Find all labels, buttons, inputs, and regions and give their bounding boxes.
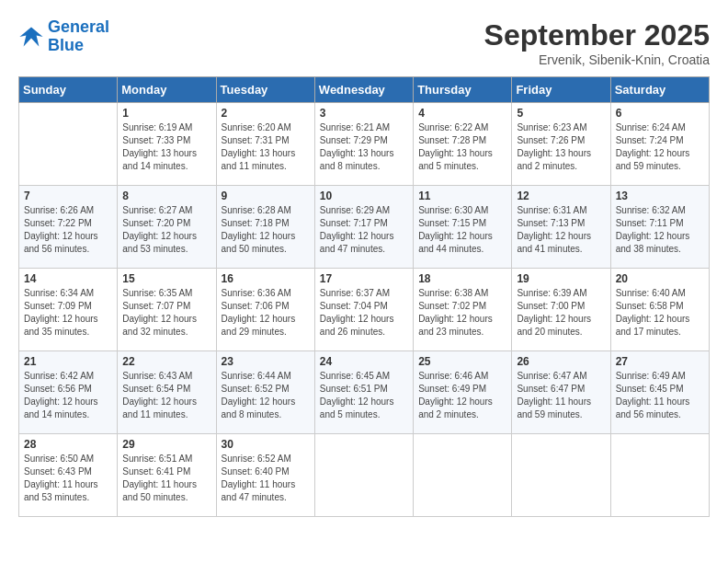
- calendar-cell: 10Sunrise: 6:29 AM Sunset: 7:17 PM Dayli…: [314, 186, 413, 269]
- day-info: Sunrise: 6:31 AM Sunset: 7:13 PM Dayligh…: [517, 204, 605, 256]
- day-number: 30: [222, 438, 310, 451]
- calendar-cell: 9Sunrise: 6:28 AM Sunset: 7:18 PM Daylig…: [216, 186, 314, 269]
- day-info: Sunrise: 6:35 AM Sunset: 7:07 PM Dayligh…: [122, 287, 210, 339]
- day-info: Sunrise: 6:29 AM Sunset: 7:17 PM Dayligh…: [320, 204, 408, 256]
- logo: General Blue: [18, 18, 109, 55]
- day-number: 27: [616, 355, 704, 368]
- logo-line1: General: [48, 17, 109, 36]
- calendar-cell: 21Sunrise: 6:42 AM Sunset: 6:56 PM Dayli…: [19, 351, 118, 434]
- day-info: Sunrise: 6:32 AM Sunset: 7:11 PM Dayligh…: [616, 204, 704, 256]
- day-info: Sunrise: 6:34 AM Sunset: 7:09 PM Dayligh…: [24, 287, 112, 339]
- day-info: Sunrise: 6:24 AM Sunset: 7:24 PM Dayligh…: [616, 121, 704, 173]
- day-number: 29: [122, 438, 210, 451]
- day-info: Sunrise: 6:46 AM Sunset: 6:49 PM Dayligh…: [418, 370, 506, 421]
- day-info: Sunrise: 6:39 AM Sunset: 7:00 PM Dayligh…: [517, 287, 605, 339]
- calendar-week-row: 1Sunrise: 6:19 AM Sunset: 7:33 PM Daylig…: [19, 103, 710, 186]
- day-number: 19: [517, 272, 605, 285]
- weekday-header: Wednesday: [314, 77, 413, 103]
- day-info: Sunrise: 6:36 AM Sunset: 7:06 PM Dayligh…: [222, 287, 310, 339]
- calendar-cell: 26Sunrise: 6:47 AM Sunset: 6:47 PM Dayli…: [512, 351, 610, 434]
- calendar-cell: 8Sunrise: 6:27 AM Sunset: 7:20 PM Daylig…: [118, 186, 216, 269]
- logo-line2: Blue: [48, 37, 109, 55]
- day-info: Sunrise: 6:51 AM Sunset: 6:41 PM Dayligh…: [122, 453, 210, 504]
- calendar-cell: 17Sunrise: 6:37 AM Sunset: 7:04 PM Dayli…: [314, 269, 413, 351]
- calendar-cell: 23Sunrise: 6:44 AM Sunset: 6:52 PM Dayli…: [216, 351, 314, 434]
- calendar-week-row: 21Sunrise: 6:42 AM Sunset: 6:56 PM Dayli…: [19, 351, 710, 434]
- weekday-header: Friday: [512, 77, 610, 103]
- day-info: Sunrise: 6:30 AM Sunset: 7:15 PM Dayligh…: [418, 204, 506, 256]
- day-number: 1: [122, 107, 210, 120]
- day-number: 18: [418, 272, 506, 285]
- day-info: Sunrise: 6:42 AM Sunset: 6:56 PM Dayligh…: [24, 370, 112, 421]
- calendar-cell: [512, 434, 610, 517]
- calendar-cell: 2Sunrise: 6:20 AM Sunset: 7:31 PM Daylig…: [216, 103, 314, 186]
- day-number: 8: [122, 190, 210, 202]
- calendar-cell: [314, 434, 413, 517]
- calendar-cell: 7Sunrise: 6:26 AM Sunset: 7:22 PM Daylig…: [19, 186, 118, 269]
- day-number: 5: [517, 107, 605, 120]
- calendar-week-row: 14Sunrise: 6:34 AM Sunset: 7:09 PM Dayli…: [19, 269, 710, 351]
- calendar-cell: [414, 434, 512, 517]
- month-year-title: September 2025: [484, 18, 710, 52]
- day-number: 4: [418, 107, 506, 120]
- day-number: 24: [320, 355, 408, 368]
- day-number: 2: [222, 107, 310, 120]
- calendar-cell: 3Sunrise: 6:21 AM Sunset: 7:29 PM Daylig…: [314, 103, 413, 186]
- weekday-header: Saturday: [610, 77, 709, 103]
- calendar-week-row: 28Sunrise: 6:50 AM Sunset: 6:43 PM Dayli…: [19, 434, 710, 517]
- day-info: Sunrise: 6:43 AM Sunset: 6:54 PM Dayligh…: [122, 370, 210, 421]
- calendar-cell: 11Sunrise: 6:30 AM Sunset: 7:15 PM Dayli…: [414, 186, 512, 269]
- day-number: 17: [320, 272, 408, 285]
- calendar-cell: 19Sunrise: 6:39 AM Sunset: 7:00 PM Dayli…: [512, 269, 610, 351]
- day-number: 14: [24, 272, 112, 285]
- calendar-cell: 14Sunrise: 6:34 AM Sunset: 7:09 PM Dayli…: [19, 269, 118, 351]
- weekday-header: Thursday: [414, 77, 512, 103]
- day-info: Sunrise: 6:23 AM Sunset: 7:26 PM Dayligh…: [517, 121, 605, 173]
- day-info: Sunrise: 6:47 AM Sunset: 6:47 PM Dayligh…: [517, 370, 605, 421]
- calendar-cell: 18Sunrise: 6:38 AM Sunset: 7:02 PM Dayli…: [414, 269, 512, 351]
- calendar-cell: 5Sunrise: 6:23 AM Sunset: 7:26 PM Daylig…: [512, 103, 610, 186]
- calendar-cell: 24Sunrise: 6:45 AM Sunset: 6:51 PM Dayli…: [314, 351, 413, 434]
- day-number: 23: [222, 355, 310, 368]
- calendar-table: SundayMondayTuesdayWednesdayThursdayFrid…: [18, 76, 710, 517]
- calendar-cell: 6Sunrise: 6:24 AM Sunset: 7:24 PM Daylig…: [610, 103, 709, 186]
- day-number: 9: [222, 190, 310, 202]
- calendar-cell: 1Sunrise: 6:19 AM Sunset: 7:33 PM Daylig…: [118, 103, 216, 186]
- calendar-cell: 4Sunrise: 6:22 AM Sunset: 7:28 PM Daylig…: [414, 103, 512, 186]
- day-info: Sunrise: 6:44 AM Sunset: 6:52 PM Dayligh…: [222, 370, 310, 421]
- page-header: General Blue September 2025 Ervenik, Sib…: [18, 18, 710, 67]
- day-number: 12: [517, 190, 605, 202]
- calendar-cell: 20Sunrise: 6:40 AM Sunset: 6:58 PM Dayli…: [610, 269, 709, 351]
- day-info: Sunrise: 6:22 AM Sunset: 7:28 PM Dayligh…: [418, 121, 506, 173]
- calendar-cell: 15Sunrise: 6:35 AM Sunset: 7:07 PM Dayli…: [118, 269, 216, 351]
- title-block: September 2025 Ervenik, Sibenik-Knin, Cr…: [484, 18, 710, 67]
- day-number: 28: [24, 438, 112, 451]
- day-number: 16: [222, 272, 310, 285]
- day-number: 6: [616, 107, 704, 120]
- calendar-header-row: SundayMondayTuesdayWednesdayThursdayFrid…: [19, 77, 710, 103]
- svg-marker-0: [19, 27, 42, 46]
- day-number: 3: [320, 107, 408, 120]
- logo-text: General Blue: [48, 18, 109, 55]
- day-info: Sunrise: 6:37 AM Sunset: 7:04 PM Dayligh…: [320, 287, 408, 339]
- day-info: Sunrise: 6:52 AM Sunset: 6:40 PM Dayligh…: [222, 453, 310, 504]
- day-info: Sunrise: 6:45 AM Sunset: 6:51 PM Dayligh…: [320, 370, 408, 421]
- calendar-cell: [19, 103, 118, 186]
- calendar-week-row: 7Sunrise: 6:26 AM Sunset: 7:22 PM Daylig…: [19, 186, 710, 269]
- day-info: Sunrise: 6:38 AM Sunset: 7:02 PM Dayligh…: [418, 287, 506, 339]
- logo-icon: [18, 24, 44, 50]
- day-info: Sunrise: 6:20 AM Sunset: 7:31 PM Dayligh…: [222, 121, 310, 173]
- calendar-cell: 16Sunrise: 6:36 AM Sunset: 7:06 PM Dayli…: [216, 269, 314, 351]
- day-number: 13: [616, 190, 704, 202]
- day-number: 7: [24, 190, 112, 202]
- location-subtitle: Ervenik, Sibenik-Knin, Croatia: [484, 52, 710, 67]
- day-number: 20: [616, 272, 704, 285]
- day-number: 25: [418, 355, 506, 368]
- day-number: 10: [320, 190, 408, 202]
- weekday-header: Sunday: [19, 77, 118, 103]
- day-info: Sunrise: 6:21 AM Sunset: 7:29 PM Dayligh…: [320, 121, 408, 173]
- calendar-cell: 27Sunrise: 6:49 AM Sunset: 6:45 PM Dayli…: [610, 351, 709, 434]
- day-info: Sunrise: 6:27 AM Sunset: 7:20 PM Dayligh…: [122, 204, 210, 256]
- day-info: Sunrise: 6:28 AM Sunset: 7:18 PM Dayligh…: [222, 204, 310, 256]
- calendar-cell: 13Sunrise: 6:32 AM Sunset: 7:11 PM Dayli…: [610, 186, 709, 269]
